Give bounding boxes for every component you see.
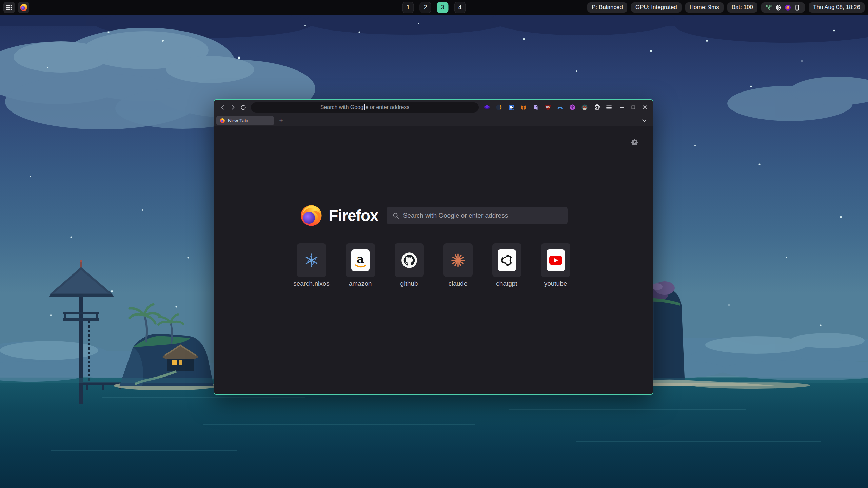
shortcut-label: chatgpt [496,280,517,287]
metamask-fox-icon [520,104,527,111]
system-tray [761,2,805,13]
workspace-2[interactable]: 2 [420,2,431,13]
back-icon [220,104,226,110]
reload-button[interactable] [238,102,248,113]
forward-button[interactable] [228,102,238,113]
desktop: 1 2 3 4 P: Balanced GPU: Integrated Home… [0,0,868,488]
shortcut-amazon[interactable]: a amazon [336,243,385,287]
scissors-icon[interactable] [766,4,772,11]
hamburger-menu-icon [606,104,612,111]
shortcut-youtube[interactable]: youtube [531,243,580,287]
extension-shield-lock[interactable] [508,104,515,111]
shortcuts-row: search.nixos a amazon [287,243,580,287]
vpn-arc-icon [557,104,564,111]
spy-face-icon [581,104,588,111]
extension-purple-gem[interactable] [484,104,490,111]
status-area: P: Balanced GPU: Integrated Home: 9ms Ba… [587,2,865,13]
firefox-window: Search with Google or enter address [214,99,653,395]
shortcut-tile[interactable]: a [346,243,375,277]
launcher-group [3,2,29,13]
shortcut-tile[interactable] [492,243,521,277]
extension-ublock-origin[interactable]: UO [545,104,551,111]
personalize-button[interactable] [631,138,638,147]
shortcut-label: amazon [349,280,372,287]
amazon-icon: a [353,251,368,269]
back-button[interactable] [218,102,228,113]
tab-favicon-firefox [220,118,225,123]
extension-dark-moon[interactable] [496,104,502,111]
close-icon [642,105,648,110]
new-tab-button[interactable]: + [277,116,285,125]
newtab-search-bar[interactable] [387,207,568,224]
shortcut-label: claude [449,280,468,287]
hex-snowflake-icon [569,104,576,111]
url-bar[interactable]: Search with Google or enter address [251,102,479,113]
github-octocat-icon [401,252,418,269]
workspace-4[interactable]: 4 [454,2,466,13]
youtube-card [547,249,565,271]
tab-bar: New Tab + [214,115,653,126]
url-placeholder-left: Search with Googl [320,104,365,110]
extension-metamask[interactable] [520,104,527,111]
extension-row: UO [484,104,612,111]
clock: Thu Aug 08, 18:26 [809,2,865,13]
shortcut-search-nixos[interactable]: search.nixos [287,243,336,287]
phone-icon[interactable] [794,4,801,11]
tab-list-button[interactable] [641,118,647,124]
power-profile-badge: P: Balanced [587,2,627,13]
extensions-puzzle-button[interactable] [593,104,600,111]
firefox-launcher-button[interactable] [18,2,29,13]
flame-icon[interactable] [785,4,791,11]
shortcut-tile[interactable] [395,243,424,277]
nixos-snowflake-icon [304,252,319,268]
tab-title: New Tab [228,118,248,123]
workspace-3-active[interactable]: 3 [437,2,449,13]
dark-moon-icon [496,104,502,111]
chatgpt-card [498,249,516,271]
firefox-wordmark: Firefox [329,206,378,225]
apps-launcher-button[interactable] [3,2,15,13]
forward-icon [230,104,236,110]
minimize-button[interactable] [618,104,625,111]
shortcut-tile[interactable] [443,243,473,277]
shortcut-chatgpt[interactable]: chatgpt [482,243,531,287]
gear-icon [631,138,638,145]
shortcut-label: youtube [544,280,567,287]
browser-toolbar: Search with Google or enter address [214,100,653,115]
firefox-logo [299,204,323,227]
shortcut-label: search.nixos [293,280,330,287]
shortcut-tile[interactable] [541,243,570,277]
brand-row: Firefox [299,204,567,227]
shortcut-tile[interactable] [297,243,326,277]
extensions-puzzle-icon [593,104,600,111]
chevron-down-icon [641,118,647,124]
newtab-search-input[interactable] [403,212,559,219]
shield-lock-icon [508,104,515,111]
youtube-play-icon [549,255,563,265]
extension-hex-snowflake[interactable] [569,104,576,111]
network-latency-badge: Home: 9ms [685,2,724,13]
purple-gem-icon [484,104,490,111]
extension-vpn-arc[interactable] [557,104,564,111]
battery-badge: Bat: 100 [727,2,757,13]
taskbar: 1 2 3 4 P: Balanced GPU: Integrated Home… [0,0,868,15]
close-button[interactable] [642,104,648,111]
claude-starburst-icon [450,252,466,268]
bluetooth-icon[interactable] [775,4,782,11]
shortcut-claude[interactable]: claude [434,243,482,287]
search-icon [393,212,399,219]
extension-spy-face[interactable] [581,104,588,111]
gpu-badge: GPU: Integrated [631,2,682,13]
tab-new-tab[interactable]: New Tab [216,116,274,125]
firefox-icon [20,3,28,12]
workspace-1[interactable]: 1 [402,2,414,13]
shortcut-github[interactable]: github [385,243,434,287]
workspace-switcher: 1 2 3 4 [402,2,466,13]
app-menu-button[interactable] [606,104,612,111]
maximize-icon [631,105,636,110]
window-controls [618,104,648,111]
maximize-button[interactable] [630,104,637,111]
extension-ghostery[interactable] [532,104,539,111]
apps-grid-icon [6,4,12,11]
reload-icon [240,104,246,111]
